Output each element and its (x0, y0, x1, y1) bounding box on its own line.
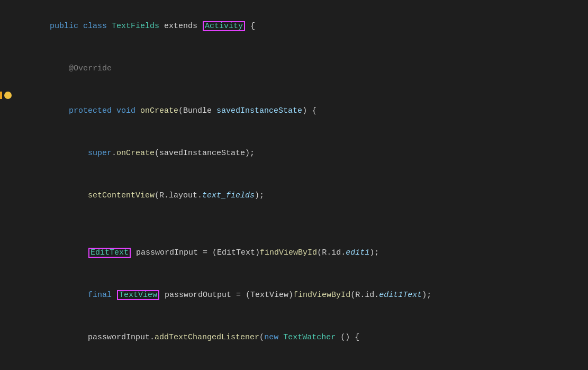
code-line: @Override (0, 359, 588, 370)
code-line: EditText passwordInput = (EditText)findV… (0, 232, 588, 274)
code-content: super.onCreate(savedInstanceState); (16, 133, 588, 174)
code-content: @Override (16, 48, 588, 89)
keyword: protected (69, 106, 116, 115)
plain-text: (R.layout. (155, 191, 202, 200)
keyword: class (83, 22, 112, 31)
plain-text: () { (340, 333, 359, 342)
plain-text: (R.id. (317, 248, 346, 257)
keyword: super (88, 149, 112, 158)
italic-id: edit1 (346, 248, 369, 257)
code-line (0, 217, 588, 232)
italic-id: edit1Text (379, 291, 422, 300)
classname: TextView (119, 291, 157, 300)
italic-id: text_fields (202, 191, 255, 200)
plain-text (50, 64, 69, 73)
code-content: @Override (16, 359, 588, 370)
code-line: setContentView(R.layout.text_fields); (0, 175, 588, 217)
code-line: public class TextFields extends Activity… (0, 5, 588, 48)
code-content: public class TextFields extends Activity… (16, 6, 588, 47)
code-line: final TextView passwordOutput = (TextVie… (0, 274, 588, 317)
classname: Activity (205, 22, 243, 31)
classname: EditText (91, 248, 129, 257)
code-line: passwordInput.addTextChangedListener(new… (0, 317, 588, 359)
classname: TextWatcher (283, 333, 340, 342)
plain-text (50, 191, 88, 200)
classname: TextFields (112, 22, 164, 31)
code-content: EditText passwordInput = (EditText)findV… (16, 232, 588, 274)
plain-text: (savedInstanceState); (155, 149, 255, 158)
plain-text (50, 149, 88, 158)
code-line: @Override (0, 48, 588, 90)
edittext-boxed: EditText (88, 248, 131, 258)
method-name: setContentView (88, 191, 155, 200)
plain-text (50, 248, 88, 257)
keyword: final (88, 291, 116, 300)
activity-boxed: Activity (203, 21, 245, 31)
warning-icon (4, 92, 12, 99)
plain-text: { (246, 22, 255, 31)
plain-text (50, 291, 88, 300)
keyword: public (50, 22, 83, 31)
parameter: savedInstanceState (216, 106, 302, 115)
code-line: protected void onCreate(Bundle savedInst… (0, 90, 588, 132)
plain-text: passwordInput. (50, 333, 155, 342)
keyword: new (264, 333, 283, 342)
plain-text: ); (255, 191, 264, 200)
plain-text (50, 106, 69, 115)
plain-text: passwordInput = (EditText) (131, 248, 260, 257)
method-name: onCreate (140, 106, 178, 115)
plain-text: ); (422, 291, 431, 300)
method-name: findViewById (260, 248, 317, 257)
code-content: setContentView(R.layout.text_fields); (16, 175, 588, 216)
gutter-mark (0, 92, 2, 99)
plain-text: extends (164, 22, 202, 31)
annotation: @Override (69, 64, 112, 73)
method-name: onCreate (116, 149, 155, 158)
plain-text: ); (369, 248, 379, 257)
plain-text: (Bundle (178, 106, 216, 115)
plain-text: ) { (302, 106, 316, 115)
plain-text: ( (259, 333, 264, 342)
plain-text: . (112, 149, 116, 158)
method-name: addTextChangedListener (155, 333, 259, 342)
code-content: protected void onCreate(Bundle savedInst… (16, 91, 588, 132)
plain-text: passwordOutput = (TextView) (160, 291, 293, 300)
code-line: super.onCreate(savedInstanceState); (0, 132, 588, 175)
textview-boxed: TextView (117, 290, 159, 300)
code-content (16, 218, 588, 231)
plain-text: (R.id. (350, 291, 379, 300)
code-content: passwordInput.addTextChangedListener(new… (16, 317, 588, 358)
line-gutter (0, 92, 16, 99)
code-container: public class TextFields extends Activity… (0, 0, 588, 370)
method-name: findViewById (293, 291, 350, 300)
code-content: final TextView passwordOutput = (TextVie… (16, 275, 588, 316)
keyword: void (116, 106, 140, 115)
